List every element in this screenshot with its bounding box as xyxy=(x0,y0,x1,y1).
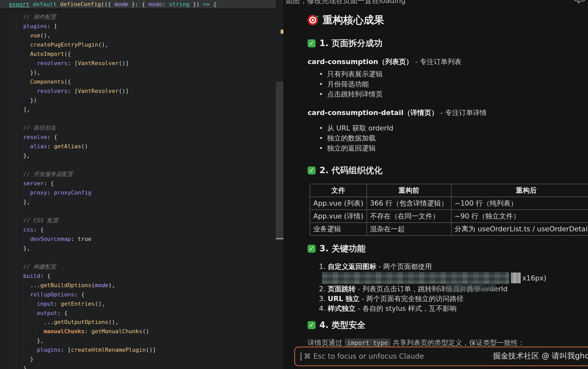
table-header-cell: 重构后 xyxy=(451,184,588,197)
claude-input[interactable]: ⌘ Esc to focus or unfocus Claude 掘金技术社区 … xyxy=(294,347,588,366)
editor-scrollbar[interactable] xyxy=(276,0,283,369)
page-title: 重构核心成果 xyxy=(308,13,384,27)
refactor-comparison-table: 文件重构前重构后App.vue (列表)366 行（包含详情逻辑）~100 行（… xyxy=(310,184,588,236)
input-placeholder: ⌘ Esc to focus or unfocus Claude xyxy=(304,347,424,365)
check-icon: ✓ xyxy=(308,39,316,47)
speech-bubble-icon[interactable] xyxy=(574,0,586,3)
list-item: 只有列表展示逻辑 xyxy=(308,69,383,79)
check-icon: ✓ xyxy=(308,166,316,174)
table-cell: ~90 行（独立文件） xyxy=(451,210,588,223)
sticky-code-line: export default defineConfig(({ mode }: {… xyxy=(0,0,276,8)
list-item: 月份筛选功能 xyxy=(308,79,383,89)
table-cell: 366 行（包含详情逻辑） xyxy=(367,197,451,210)
section-3-heading: ✓ 3. 关键功能 xyxy=(308,243,365,254)
code-editor-pane[interactable]: // 插件配置 plugins: [ vue(), createPugEntry… xyxy=(0,0,284,369)
page-title-text: 重构核心成果 xyxy=(323,13,384,27)
feature-item: 3. URL 独立 - 两个页面有完全独立的访问路径 xyxy=(308,294,583,304)
table-row: App.vue (列表)366 行（包含详情逻辑）~100 行（纯列表） xyxy=(310,197,588,210)
section-4-heading: ✓ 4. 类型安全 xyxy=(308,319,365,331)
scrollbar-thumb[interactable] xyxy=(276,82,283,240)
lead-card-consumption-detail: card-consumption-detail（详情页） - 专注订单详情 xyxy=(308,108,487,117)
section-1-heading: ✓ 1. 页面拆分成功 xyxy=(308,38,382,49)
table-cell: 业务逻辑 xyxy=(310,223,367,235)
table-cell: 分离为 useOrderList.ts / useOrderDetail.ts xyxy=(451,223,588,235)
claude-panel: 如图，修改完现在页面一直在loading 重构核心成果 ✓ 1. 页面拆分成功 … xyxy=(284,0,588,369)
section-2-heading: ✓ 2. 代码组织优化 xyxy=(308,165,382,176)
table-cell: App.vue (详情) xyxy=(310,210,367,223)
clipped-user-message: 如图，修改完现在页面一直在loading xyxy=(286,0,406,6)
list-item: 独立的数据加载 xyxy=(308,133,393,143)
code-body[interactable]: // 插件配置 plugins: [ vue(), createPugEntry… xyxy=(16,12,156,369)
list-page-bullets: 只有列表展示逻辑月份筛选功能点击跳转到详情页 xyxy=(308,69,383,99)
target-emoji-icon xyxy=(308,15,318,25)
redacted-row: x16px) xyxy=(322,272,583,284)
key-features-list: 1. 自定义返回图标 - 两个页面都使用 x16px) 2. 页面跳转 - 列表… xyxy=(308,261,583,313)
inline-code-chip: import type xyxy=(345,339,391,347)
sticky-scroll-line[interactable]: export default defineConfig(({ mode }: {… xyxy=(0,0,276,8)
overview-cursor-marker xyxy=(276,238,283,239)
watermark-text: 掘金技术社区 @ 请叫我ghost xyxy=(493,347,588,364)
table-row: 业务逻辑混杂在一起分离为 useOrderList.ts / useOrderD… xyxy=(310,223,588,235)
table-row: App.vue (详情)不存在（在同一文件）~90 行（独立文件） xyxy=(310,210,588,223)
table-header-cell: 重构前 xyxy=(367,184,451,197)
list-item: 点击跳转到详情页 xyxy=(308,89,383,99)
table-cell: 不存在（在同一文件） xyxy=(367,210,451,223)
detail-page-bullets: 从 URL 获取 orderId独立的数据加载独立的返回逻辑 xyxy=(308,123,393,153)
redaction-blur-overlay xyxy=(446,284,496,291)
table-cell: App.vue (列表) xyxy=(310,197,367,210)
app-window: // 插件配置 plugins: [ vue(), createPugEntry… xyxy=(0,0,588,369)
table-header-cell: 文件 xyxy=(310,184,367,197)
feature-item: 2. 页面跳转 - 列表页点击订单，跳转到详情页并携带 orderId xyxy=(308,284,583,294)
check-icon: ✓ xyxy=(308,321,316,329)
type-safety-line: 详情页通过 import type 共享列表页的类型定义，保证类型一致性： xyxy=(308,338,525,347)
redacted-row-tail: x16px) xyxy=(522,274,546,282)
list-item: 独立的返回逻辑 xyxy=(308,143,393,153)
table-cell: ~100 行（纯列表） xyxy=(451,197,588,210)
redaction-blur-block xyxy=(322,272,509,284)
list-item: 从 URL 获取 orderId xyxy=(308,123,393,133)
table-cell: 混杂在一起 xyxy=(367,223,451,235)
text-cursor xyxy=(301,353,301,361)
feature-item: 4. 样式独立 - 各自的 stylus 样式，互不影响 xyxy=(308,304,583,313)
lead-card-consumption: card-consumption（列表页） - 专注订单列表 xyxy=(308,57,461,66)
redaction-blur-chip xyxy=(511,273,521,283)
feature-item: 1. 自定义返回图标 - 两个页面都使用 xyxy=(308,261,583,272)
overview-modified-marker xyxy=(281,30,283,34)
check-icon: ✓ xyxy=(308,245,316,253)
gutter-line xyxy=(9,8,9,369)
